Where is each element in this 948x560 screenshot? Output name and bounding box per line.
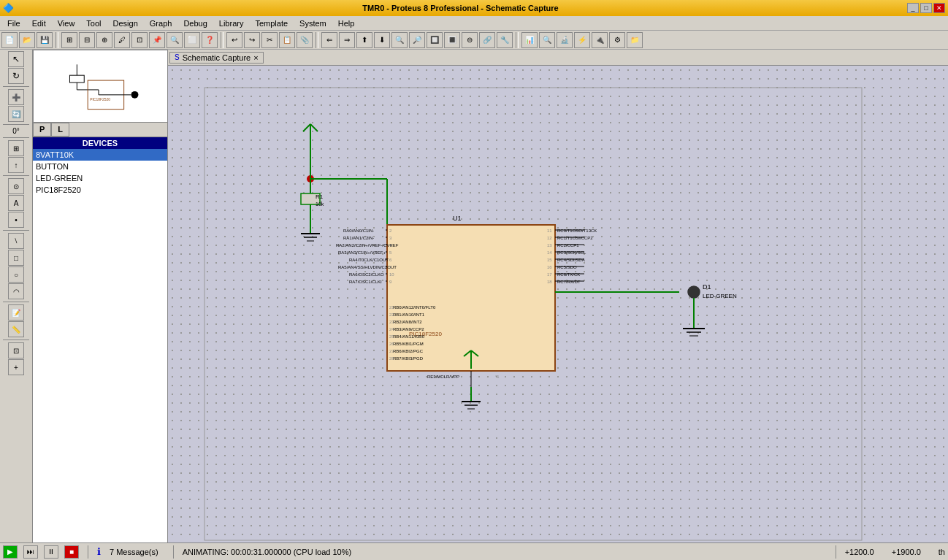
tb-btn6[interactable]: 📌 [149, 32, 165, 48]
tb-btn11[interactable]: ↪ [244, 32, 260, 48]
menu-library[interactable]: Library [213, 18, 250, 29]
tb-btn10[interactable]: ↩ [226, 32, 242, 48]
junction-tool[interactable]: • [8, 212, 24, 228]
tb-btn23[interactable]: ⊖ [462, 32, 478, 48]
coord-y-label: +1900.0 [892, 548, 921, 556]
bus-tool[interactable]: 🔄 [8, 106, 24, 122]
tab-close[interactable]: × [253, 53, 258, 62]
menu-help[interactable]: Help [332, 18, 361, 29]
open-button[interactable]: 📂 [19, 32, 35, 48]
extra-tool2[interactable]: + [8, 359, 24, 375]
tb-btn24[interactable]: 🔗 [479, 32, 495, 48]
svg-text:LED-GREEN: LED-GREEN [703, 293, 737, 299]
devices-tab-p[interactable]: P [33, 123, 51, 137]
device-item-3[interactable]: PIC18F2520 [33, 184, 167, 196]
line-tool[interactable]: ⧵ [8, 233, 24, 249]
play-button[interactable]: ▶ [3, 545, 18, 559]
tb-btn18[interactable]: ⬇ [374, 32, 390, 48]
svg-point-95 [688, 286, 700, 298]
canvas-area[interactable]: S Schematic Capture × [168, 50, 948, 542]
extra-tool1[interactable]: ⊡ [8, 342, 24, 358]
tb-btn28[interactable]: 🔬 [557, 32, 573, 48]
stop-button[interactable]: ■ [64, 545, 79, 559]
pause-button[interactable]: ⏸ [44, 545, 58, 559]
tb-btn1[interactable]: ⊞ [61, 32, 77, 48]
menu-template[interactable]: Template [249, 18, 294, 29]
tb-btn15[interactable]: ⇐ [321, 32, 337, 48]
measure-tool[interactable]: 📏 [8, 321, 24, 337]
svg-text:RA4/T0CLK/C1OUT: RA4/T0CLK/C1OUT [349, 258, 389, 262]
svg-text:RB6/KBI2/PGC: RB6/KBI2/PGC [393, 349, 424, 353]
device-item-1[interactable]: BUTTON [33, 161, 167, 172]
maximize-button[interactable]: □ [920, 3, 932, 13]
tb-btn21[interactable]: 🔲 [427, 32, 443, 48]
tb-btn13[interactable]: 📋 [279, 32, 295, 48]
tb-btn8[interactable]: ⬜ [184, 32, 200, 48]
tb-btn27[interactable]: 🔍 [539, 32, 555, 48]
rotate-tool[interactable]: ↻ [8, 68, 24, 84]
menu-view[interactable]: View [52, 18, 81, 29]
menu-tool[interactable]: Tool [80, 18, 107, 29]
svg-text:RC3/SCK/SCL: RC3/SCK/SCL [557, 250, 586, 255]
schematic-tab-bar: S Schematic Capture × [168, 50, 948, 66]
box-tool[interactable]: □ [8, 250, 24, 266]
svg-text:16: 16 [547, 265, 552, 269]
menu-debug[interactable]: Debug [177, 18, 213, 29]
menu-graph[interactable]: Graph [144, 18, 178, 29]
tb-btn16[interactable]: ⇒ [339, 32, 355, 48]
component-tool[interactable]: ⊞ [8, 140, 24, 156]
tb-btn20[interactable]: 🔎 [409, 32, 425, 48]
tb-btn26[interactable]: 📊 [521, 32, 538, 48]
device-item-0[interactable]: 8VATT10K [33, 149, 167, 161]
devices-tab-l[interactable]: L [51, 123, 69, 137]
step-button[interactable]: ⏭ [23, 545, 38, 559]
svg-text:RA6/OSC2/CLKO: RA6/OSC2/CLKO [349, 272, 384, 277]
schematic-capture-tab[interactable]: S Schematic Capture × [169, 52, 264, 64]
svg-point-6 [131, 91, 139, 99]
tb-btn32[interactable]: 📁 [627, 32, 643, 48]
script-tool[interactable]: 📝 [8, 304, 24, 321]
menu-file[interactable]: File [1, 18, 26, 29]
wire-tool[interactable]: ➕ [8, 89, 24, 105]
tb-btn17[interactable]: ⬆ [356, 32, 372, 48]
menu-bar: File Edit View Tool Design Graph Debug L… [0, 16, 948, 31]
svg-text:24: 24 [389, 327, 394, 331]
toolbar-row1: 📄 📂 💾 ⊞ ⊟ ⊕ 🖊 ⊡ 📌 🔍 ⬜ ❓ ↩ ↪ ✂ 📋 📎 ⇐ ⇒ ⬆ … [0, 31, 948, 50]
svg-text:15: 15 [547, 258, 552, 262]
svg-text:RB5/KBI1/PGM: RB5/KBI1/PGM [393, 342, 424, 346]
tb-btn22[interactable]: 🔳 [444, 32, 460, 48]
tb-btn4[interactable]: 🖊 [114, 32, 130, 48]
power-tool[interactable]: ↑ [8, 157, 24, 173]
probe-tool[interactable]: ⊙ [8, 178, 24, 194]
device-list: 8VATT10K BUTTON LED-GREEN PIC18F2520 [33, 149, 167, 542]
menu-system[interactable]: System [294, 18, 332, 29]
tb-btn7[interactable]: 🔍 [167, 32, 183, 48]
tb-btn9[interactable]: ❓ [202, 32, 218, 48]
pointer-tool[interactable]: ↖ [8, 51, 24, 67]
schematic-canvas[interactable]: R1 10k U1 PIC18F2520 RA0/AN0/C1IN- RA1/A… [168, 66, 948, 542]
arc-tool[interactable]: ◠ [8, 283, 24, 299]
device-item-2[interactable]: LED-GREEN [33, 172, 167, 184]
tb-btn31[interactable]: ⚙ [609, 32, 625, 48]
tb-btn5[interactable]: ⊡ [131, 32, 148, 48]
tb-btn19[interactable]: 🔍 [391, 32, 408, 48]
tb-btn12[interactable]: ✂ [261, 32, 278, 48]
preview-svg: PIC18F2520 [34, 50, 167, 123]
new-button[interactable]: 📄 [1, 32, 18, 48]
tb-btn29[interactable]: ⚡ [574, 32, 590, 48]
tb-btn30[interactable]: 🔌 [592, 32, 608, 48]
tb-btn25[interactable]: 🔧 [497, 32, 513, 48]
tb-btn14[interactable]: 📎 [297, 32, 313, 48]
window-controls[interactable]: _ □ ✕ [907, 3, 945, 13]
toolbar-sep1 [56, 32, 58, 48]
menu-design[interactable]: Design [107, 18, 144, 29]
label-tool[interactable]: A [8, 195, 24, 211]
tb-btn2[interactable]: ⊟ [79, 32, 95, 48]
svg-text:21: 21 [389, 305, 394, 310]
menu-edit[interactable]: Edit [26, 18, 52, 29]
close-button[interactable]: ✕ [933, 3, 945, 13]
circle-tool[interactable]: ○ [8, 266, 24, 283]
minimize-button[interactable]: _ [907, 3, 919, 13]
tb-btn3[interactable]: ⊕ [96, 32, 112, 48]
save-button[interactable]: 💾 [37, 32, 53, 48]
